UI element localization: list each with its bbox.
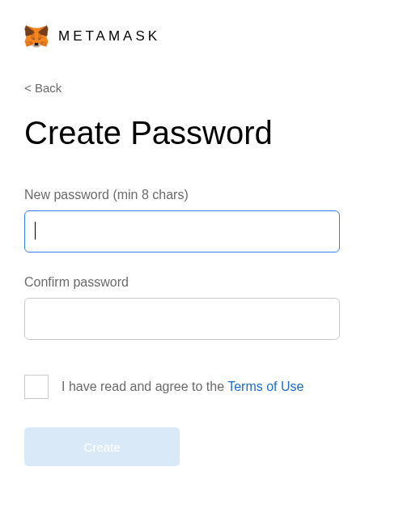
terms-link[interactable]: Terms of Use bbox=[227, 380, 303, 393]
confirm-password-label: Confirm password bbox=[24, 275, 396, 290]
metamask-fox-icon bbox=[24, 24, 49, 49]
terms-checkbox[interactable] bbox=[24, 375, 49, 399]
terms-row: I have read and agree to the Terms of Us… bbox=[24, 375, 396, 399]
page-title: Create Password bbox=[24, 115, 396, 151]
new-password-input[interactable] bbox=[24, 210, 340, 253]
terms-text: I have read and agree to the Terms of Us… bbox=[62, 380, 303, 394]
header: METAMASK bbox=[24, 24, 396, 49]
create-button[interactable]: Create bbox=[24, 427, 180, 466]
back-link[interactable]: < Back bbox=[24, 81, 62, 95]
brand-text: METAMASK bbox=[58, 28, 160, 45]
new-password-label: New password (min 8 chars) bbox=[24, 188, 396, 202]
confirm-password-input[interactable] bbox=[24, 298, 340, 340]
terms-prefix: I have read and agree to the bbox=[62, 380, 227, 393]
